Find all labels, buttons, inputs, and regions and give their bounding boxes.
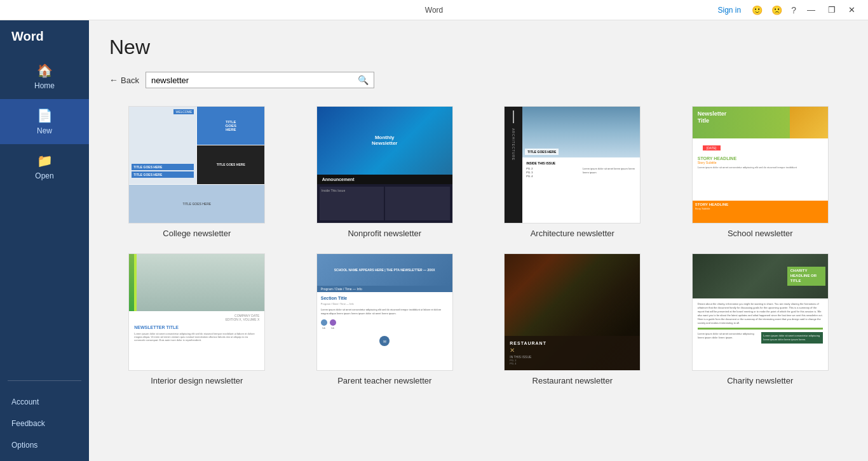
template-label-restaurant: Restaurant newsletter xyxy=(532,376,613,385)
sign-in-button[interactable]: Sign in xyxy=(718,6,742,15)
template-card-nonprofit[interactable]: MonthlyNewsletter Announcement Inside Th… xyxy=(297,106,473,238)
main-content: New ← Back 🔍 WELCOME xyxy=(89,20,868,461)
template-card-school[interactable]: NewsletterTitle [DATE] STORY HEADLINE St… xyxy=(673,106,848,238)
template-thumb-architecture: ARCHITECTURE TITLE GOES HERE INSIDE THIS… xyxy=(504,106,641,224)
titlebar: Word Sign in 🙂 🙁 ? — ❐ ✕ xyxy=(0,0,868,20)
sidebar-item-home[interactable]: 🏠 Home xyxy=(0,54,89,99)
new-icon: 📄 xyxy=(37,108,53,123)
template-thumb-school: NewsletterTitle [DATE] STORY HEADLINE St… xyxy=(692,106,829,224)
back-button[interactable]: ← Back xyxy=(109,75,139,85)
back-label: Back xyxy=(121,76,139,85)
template-label-charity: Charity newsletter xyxy=(727,376,793,385)
template-thumb-charity: CHARITY HEADLINE OR TITLE Dream about th… xyxy=(692,253,829,371)
search-bar: ← Back 🔍 xyxy=(109,72,848,88)
template-card-college[interactable]: WELCOME TITLE GOES HERE TITLE GOES HERE … xyxy=(109,106,285,238)
search-input[interactable] xyxy=(151,76,358,85)
home-icon: 🏠 xyxy=(37,63,53,78)
template-thumb-nonprofit: MonthlyNewsletter Announcement Inside Th… xyxy=(316,106,453,224)
sidebar-item-feedback[interactable]: Feedback xyxy=(0,413,89,434)
sidebar-item-account[interactable]: Account xyxy=(0,391,89,413)
sidebar: Word 🏠 Home 📄 New 📁 Open Account Feedbac… xyxy=(0,20,89,461)
sidebar-new-label: New xyxy=(37,126,52,135)
template-thumb-restaurant: RESTAURANT ✕ IN THIS ISSUE PG. 2PG. 4 xyxy=(504,253,641,371)
template-card-parent-teacher[interactable]: SCHOOL NAME APPEARS HERE | THE PTA NEWSL… xyxy=(297,253,473,385)
sidebar-item-open[interactable]: 📁 Open xyxy=(0,144,89,189)
template-label-interior: Interior design newsletter xyxy=(151,376,243,385)
maximize-button[interactable]: ❐ xyxy=(823,3,841,17)
sidebar-divider xyxy=(8,380,81,381)
sidebar-home-label: Home xyxy=(34,81,55,90)
template-label-college: College newsletter xyxy=(163,229,231,238)
template-thumb-parent-teacher: SCHOOL NAME APPEARS HERE | THE PTA NEWSL… xyxy=(316,253,453,371)
minimize-button[interactable]: — xyxy=(802,3,820,17)
help-icon[interactable]: ? xyxy=(788,4,799,17)
titlebar-app-name: Word xyxy=(425,6,443,15)
smiley-icon[interactable]: 🙂 xyxy=(749,4,766,17)
template-card-restaurant[interactable]: RESTAURANT ✕ IN THIS ISSUE PG. 2PG. 4 Re… xyxy=(485,253,660,385)
search-input-wrap: 🔍 xyxy=(146,72,374,88)
sidebar-bottom: Account Feedback Options xyxy=(0,386,89,461)
template-card-architecture[interactable]: ARCHITECTURE TITLE GOES HERE INSIDE THIS… xyxy=(485,106,660,238)
template-label-nonprofit: Nonprofit newsletter xyxy=(348,229,421,238)
sidebar-nav: 🏠 Home 📄 New 📁 Open xyxy=(0,54,89,375)
template-card-interior[interactable]: COMPANY DATEEDITION X, VOLUME X NEWSLETT… xyxy=(109,253,285,385)
template-grid: WELCOME TITLE GOES HERE TITLE GOES HERE … xyxy=(109,106,848,385)
frown-icon[interactable]: 🙁 xyxy=(768,4,785,17)
template-label-architecture: Architecture newsletter xyxy=(531,229,614,238)
template-label-school: School newsletter xyxy=(728,229,793,238)
page-title: New xyxy=(109,36,848,59)
close-button[interactable]: ✕ xyxy=(843,3,860,17)
open-icon: 📁 xyxy=(37,153,53,168)
sidebar-item-new[interactable]: 📄 New xyxy=(0,99,89,144)
back-arrow-icon: ← xyxy=(109,75,118,85)
template-label-parent-teacher: Parent teacher newsletter xyxy=(337,376,431,385)
sidebar-app-name: Word xyxy=(0,20,89,54)
app-container: Word 🏠 Home 📄 New 📁 Open Account Feedbac… xyxy=(0,20,868,461)
titlebar-controls: Sign in 🙂 🙁 ? — ❐ ✕ xyxy=(718,3,861,17)
sidebar-item-options[interactable]: Options xyxy=(0,434,89,456)
template-thumb-interior: COMPANY DATEEDITION X, VOLUME X NEWSLETT… xyxy=(128,253,265,371)
template-thumb-college: WELCOME TITLE GOES HERE TITLE GOES HERE … xyxy=(128,106,265,224)
template-card-charity[interactable]: CHARITY HEADLINE OR TITLE Dream about th… xyxy=(673,253,848,385)
sidebar-open-label: Open xyxy=(35,171,53,180)
search-icon-button[interactable]: 🔍 xyxy=(358,75,369,85)
